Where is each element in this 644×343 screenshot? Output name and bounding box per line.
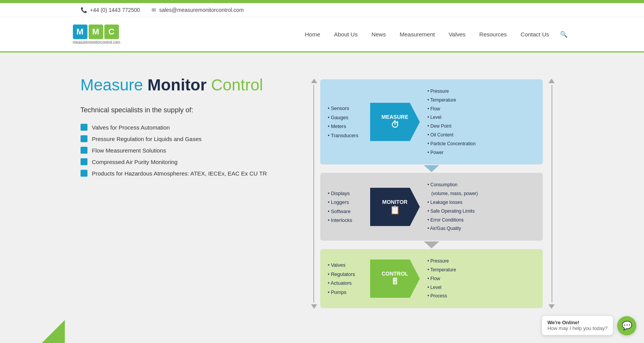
diagram-row-control: • Valves • Regulators • Actuators • Pump… xyxy=(320,249,543,308)
measure-icon: ⏱ xyxy=(391,120,399,130)
corner-arrow-top-left xyxy=(311,79,317,83)
measure-prop: • Pressure xyxy=(428,87,476,96)
monitor-item: • Displays xyxy=(328,189,364,198)
measure-prop: • Power xyxy=(428,148,476,157)
corner-arrow-bottom-right xyxy=(548,304,555,309)
email-icon: ✉ xyxy=(152,7,156,13)
measure-item: • Sensors xyxy=(328,104,364,113)
diagram-wrapper: • Sensors • Gauges • Meters • Transducer… xyxy=(320,79,543,308)
nav-contact-us[interactable]: Contact Us xyxy=(514,18,556,51)
top-accent-bar xyxy=(0,0,644,3)
monitor-label: MONITOR xyxy=(382,199,408,205)
phone-icon: 📞 xyxy=(81,7,87,13)
bullet-text: Products for Hazardous Atmospheres: ATEX… xyxy=(92,170,267,177)
control-left: • Valves • Regulators • Actuators • Pump… xyxy=(320,249,370,308)
diagram-row-monitor: • Displays • Loggers • Software • Interl… xyxy=(320,173,543,241)
measure-item: • Meters xyxy=(328,122,364,131)
measure-pentagon: MEASURE ⏱ xyxy=(370,103,420,141)
list-item: Flow Measurement Solutions xyxy=(81,147,280,154)
measure-prop: • Flow xyxy=(428,105,476,113)
hero-title: Measure Monitor Control xyxy=(81,75,280,95)
control-right: • Pressure • Temperature • Flow • Level … xyxy=(420,249,462,308)
search-icon[interactable]: 🔍 xyxy=(556,17,572,51)
down-arrow-1 xyxy=(320,165,543,172)
email-address: sales@measuremonitorcontrol.com xyxy=(159,7,244,13)
bullet-icon xyxy=(81,124,87,131)
measure-center: MEASURE ⏱ xyxy=(370,79,420,164)
main-content: Measure Monitor Control Technical specia… xyxy=(0,53,644,343)
control-item: • Valves xyxy=(328,261,364,269)
nav-news[interactable]: News xyxy=(364,18,393,51)
measure-prop: • Temperature xyxy=(428,96,476,105)
left-panel: Measure Monitor Control Technical specia… xyxy=(81,68,280,181)
chat-bubble: We're Online! How may I help you today? xyxy=(542,315,613,335)
bullet-icon xyxy=(81,147,87,154)
control-item: • Regulators xyxy=(328,270,364,279)
bullet-text: Valves for Process Automation xyxy=(92,124,170,131)
measure-item: • Gauges xyxy=(328,113,364,122)
measure-item: • Transducers xyxy=(328,131,364,140)
bullet-icon xyxy=(81,135,87,142)
logo[interactable]: M M C measuremonitorcontrol.com xyxy=(73,20,120,49)
hero-word-measure: Measure xyxy=(81,76,143,94)
nav-valves[interactable]: Valves xyxy=(442,18,473,51)
monitor-prop: • Consumption xyxy=(428,181,478,189)
chat-button[interactable]: 💬 xyxy=(617,316,636,335)
list-item: Products for Hazardous Atmospheres: ATEX… xyxy=(81,170,280,177)
control-item: • Actuators xyxy=(328,279,364,287)
chat-help-text: How may I help you today? xyxy=(547,325,608,331)
logo-letter-m2: M xyxy=(89,25,103,39)
monitor-icon: 📋 xyxy=(390,205,400,215)
monitor-right: • Consumption (volume, mass, power) • Le… xyxy=(420,173,484,241)
chat-widget: We're Online! How may I help you today? … xyxy=(542,315,636,335)
hero-subtitle: Technical specialists in the supply of: xyxy=(81,106,280,114)
control-center: CONTROL 🎚 xyxy=(370,249,420,308)
corner-arrow-bottom-left xyxy=(311,304,317,309)
control-prop: • Level xyxy=(428,283,456,292)
corner-arrow-top-right xyxy=(548,79,555,83)
down-arrow-shape xyxy=(424,165,439,172)
nav-home[interactable]: Home xyxy=(298,18,327,51)
logo-subtext: measuremonitorcontrol.com xyxy=(73,40,120,44)
vert-line-left xyxy=(313,85,314,302)
nav-about-us[interactable]: About Us xyxy=(327,18,365,51)
monitor-pentagon: MONITOR 📋 xyxy=(370,188,420,226)
measure-prop: • Oil Content xyxy=(428,131,476,139)
nav-resources[interactable]: Resources xyxy=(473,18,514,51)
monitor-item: • Software xyxy=(328,207,364,216)
phone-contact: 📞 +44 (0) 1443 772500 xyxy=(81,7,140,13)
control-pentagon: CONTROL 🎚 xyxy=(370,259,420,298)
bottom-triangle-decoration xyxy=(42,320,65,343)
logo-letter-c: C xyxy=(104,25,119,39)
nav-measurement[interactable]: Measurement xyxy=(393,18,442,51)
bullet-list: Valves for Process Automation Pressure R… xyxy=(81,124,280,177)
measure-prop: • Particle Concentration xyxy=(428,139,476,148)
measure-prop: • Level xyxy=(428,113,476,122)
down-arrow-shape-2 xyxy=(424,241,439,248)
monitor-prop: • Leakage losses xyxy=(428,198,478,207)
bullet-text: Pressure Regulation for Liquids and Gase… xyxy=(92,136,202,142)
control-label: CONTROL xyxy=(382,271,408,277)
list-item: Valves for Process Automation xyxy=(81,124,280,131)
vert-line-right xyxy=(552,85,552,302)
monitor-prop: • Safe Operating Limits xyxy=(428,207,478,216)
monitor-left: • Displays • Loggers • Software • Interl… xyxy=(320,173,370,241)
email-contact: ✉ sales@measuremonitorcontrol.com xyxy=(152,7,244,13)
measure-prop: • Dew Point xyxy=(428,122,476,131)
phone-number: +44 (0) 1443 772500 xyxy=(90,7,140,13)
monitor-center: MONITOR 📋 xyxy=(370,173,420,241)
measure-right: • Pressure • Temperature • Flow • Level … xyxy=(420,79,482,164)
bullet-icon xyxy=(81,170,87,177)
list-item: Pressure Regulation for Liquids and Gase… xyxy=(81,135,280,142)
navbar: M M C measuremonitorcontrol.com Home Abo… xyxy=(0,17,644,53)
bullet-text: Flow Measurement Solutions xyxy=(92,147,166,154)
hero-word-control: Control xyxy=(211,76,263,94)
monitor-item: • Loggers xyxy=(328,198,364,207)
monitor-prop: (volume, mass, power) xyxy=(428,189,478,198)
nav-links: Home About Us News Measurement Valves Re… xyxy=(298,17,572,51)
list-item: Compressed Air Purity Monitoring xyxy=(81,158,280,165)
control-item: • Pumps xyxy=(328,288,364,297)
control-prop: • Temperature xyxy=(428,266,456,274)
monitor-prop: • Error Conditions xyxy=(428,216,478,225)
hero-word-monitor: Monitor xyxy=(148,76,207,94)
